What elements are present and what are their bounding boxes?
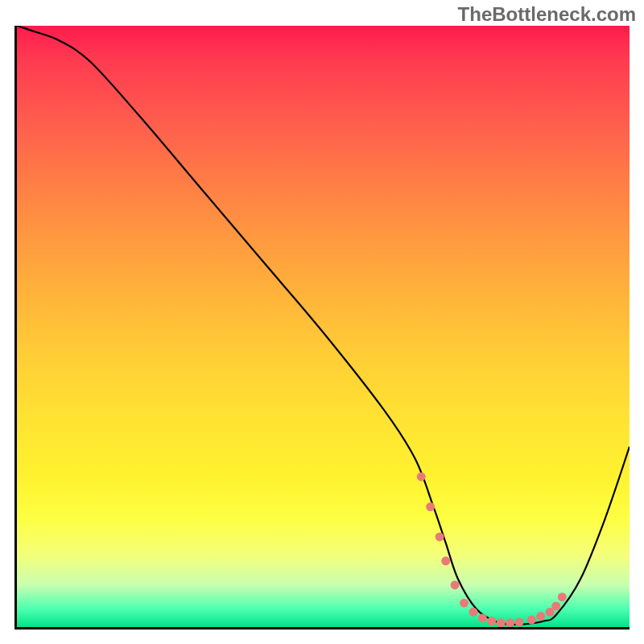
- curve-svg: [17, 26, 630, 627]
- valley-dot: [515, 618, 524, 627]
- valley-dot: [441, 556, 450, 565]
- valley-dot: [506, 618, 514, 627]
- valley-dot: [460, 599, 469, 608]
- bottleneck-chart: TheBottleneck.com: [0, 0, 644, 644]
- valley-dot: [451, 580, 460, 589]
- valley-dot: [487, 617, 496, 625]
- valley-dot: [551, 601, 560, 610]
- valley-dot: [436, 532, 444, 541]
- valley-dot: [478, 613, 487, 622]
- valley-dot: [469, 608, 477, 617]
- valley-dot: [536, 612, 545, 621]
- watermark-text: TheBottleneck.com: [458, 3, 636, 26]
- valley-dots-group: [417, 473, 567, 627]
- valley-dot: [426, 502, 435, 511]
- valley-dot: [497, 618, 506, 627]
- valley-dot: [558, 592, 567, 601]
- valley-dot: [417, 473, 426, 481]
- valley-dot: [527, 616, 536, 625]
- plot-area: [14, 26, 630, 630]
- bottleneck-curve-path: [17, 26, 630, 625]
